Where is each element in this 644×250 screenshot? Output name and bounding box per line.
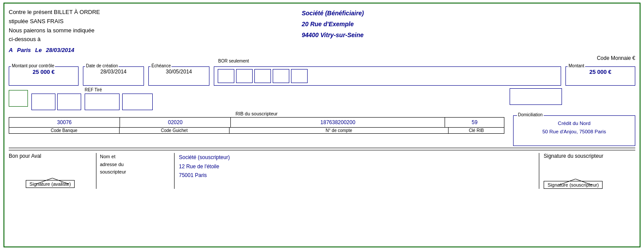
bor-mini-box-5 [291, 69, 308, 83]
ref-tire-label: REF Tiré [85, 87, 102, 92]
intro-line3: Nous paierons la somme indiquée [9, 26, 100, 35]
rib-guichet-cell: 02020 [120, 118, 231, 127]
bon-pour-aval-area: Bon pour Aval Signature (avaliste) [9, 153, 96, 189]
ref-tire-area: REF Tiré [85, 88, 506, 110]
date-value: 28/03/2014 [46, 47, 74, 53]
souscripteur-info-area: Société (souscripteur) 12 Rue de l'étoil… [175, 153, 539, 189]
intro-line4: ci-dessous à [9, 35, 100, 44]
top-section: Contre le présent BILLET À ORDRE stipulé… [9, 8, 635, 44]
bottom-section: Bon pour Aval Signature (avaliste) Nom e… [9, 150, 635, 189]
intro-text: Contre le présent BILLET À ORDRE stipulé… [9, 8, 100, 44]
signature-souscripteur-label: Signature du souscripteur [544, 153, 603, 159]
intro-line2: stipulée SANS FRAIS [9, 17, 100, 26]
souscripteur-sig-area: Signature du souscripteur Signature (sou… [539, 153, 635, 189]
billet-ordre-document: Contre le présent BILLET À ORDRE stipulé… [3, 3, 641, 247]
echeance-value: 30/05/2014 [149, 67, 209, 76]
date-creation-value: 28/03/2014 [83, 67, 144, 76]
code-monnaie-row: Code Monnaie € [9, 55, 635, 61]
domiciliation-box: Domiciliation Crédit du Nord 50 Rue d'An… [513, 115, 635, 146]
beneficiary-address1: 20 Rue d'Exemple [301, 19, 363, 30]
rib-banque-cell: 30076 [9, 118, 120, 127]
rib-banque-label: Code Banque [9, 128, 120, 133]
montant-value: 25 000 € [566, 67, 635, 77]
rib-guichet-value: 02020 [123, 119, 227, 125]
signature-souscripteur-box: Signature (souscripteur) [544, 181, 603, 189]
ref-tire-boxes [85, 94, 506, 110]
montant-placeholder [565, 88, 635, 105]
bon-pour-aval-label: Bon pour Aval [9, 153, 92, 159]
domiciliation-content: Crédit du Nord 50 Rue d'Anjou, 75008 Par… [514, 116, 635, 137]
bor-section: BOR seulement [214, 62, 561, 86]
montant-controle-label: Montant pour contrôle [11, 63, 55, 68]
second-row: REF Tiré [9, 88, 635, 110]
date-creation-box: Date de création 28/03/2014 [83, 66, 144, 86]
bor-right-box [510, 88, 562, 105]
souscripteur-address1: 12 Rue de l'étoile [179, 162, 534, 171]
rib-compte-value: 187638200200 [234, 119, 441, 125]
souscripteur-sig-inner: Signature (souscripteur) [544, 169, 603, 189]
ref-tire-box-b [122, 94, 153, 110]
bottom-divider [9, 148, 635, 148]
echeance-box: Échéance 30/05/2014 [148, 66, 209, 86]
date-creation-label: Date de création [85, 63, 119, 68]
echeance-label: Échéance [151, 63, 171, 68]
bor-content [214, 66, 561, 86]
domiciliation-label: Domiciliation [517, 112, 544, 117]
montant-box: Montant 25 000 € [565, 66, 635, 86]
bor-mini-box-1 [218, 69, 234, 83]
bor-mini-box-3 [254, 69, 271, 83]
avaliste-sig-area: Signature (avaliste) [9, 168, 92, 188]
domiciliation-address: 50 Rue d'Anjou, 75008 Paris [515, 128, 633, 135]
rib-label: RIB du souscripteur [9, 111, 504, 116]
date-prefix: A [9, 47, 13, 53]
rib-domiciliation-row: RIB du souscripteur 30076 02020 18763820… [9, 111, 635, 146]
echeance-sub-boxes [31, 88, 81, 110]
small-box-left [9, 90, 28, 107]
nom-adresse-area: Nom et adresse du souscripteur [96, 153, 175, 189]
rib-labels-row: Code Banque Code Guichet N° de compte Cl… [9, 128, 504, 134]
montant-controle-box: Montant pour contrôle 25 000 € [9, 66, 79, 86]
avaliste-chevron [35, 170, 70, 178]
bor-mini-box-2 [236, 69, 253, 83]
rib-compte-cell: 187638200200 [231, 118, 445, 127]
rib-banque-value: 30076 [13, 119, 116, 125]
bor-mini-box-4 [273, 69, 289, 83]
rib-values-row: 30076 02020 187638200200 59 [9, 117, 504, 128]
rib-guichet-label: Code Guichet [120, 128, 230, 133]
ref-tire-box-a [85, 94, 120, 110]
souscripteur-address2: 75001 Paris [179, 171, 534, 180]
rib-compte-label: N° de compte [230, 128, 449, 133]
beneficiary-name: Société (Bénéficiaire) [301, 8, 363, 19]
souscripteur-chevron [558, 170, 593, 179]
rib-cle-value: 59 [449, 119, 500, 125]
echeance-sub-box-2 [57, 94, 81, 110]
nom-adresse-label: Nom et adresse du souscripteur [100, 153, 170, 176]
main-fields-row: Montant pour contrôle 25 000 € Date de c… [9, 62, 635, 86]
domiciliation-bank: Crédit du Nord [515, 119, 633, 127]
beneficiary-address2: 94400 Vitry-sur-Seine [301, 30, 363, 41]
date-city: Paris [17, 47, 31, 53]
rib-area: RIB du souscripteur 30076 02020 18763820… [9, 111, 504, 146]
montant-controle-value: 25 000 € [9, 67, 78, 77]
intro-line1: Contre le présent BILLET À ORDRE [9, 8, 100, 17]
code-monnaie-label: Code Monnaie € [597, 55, 635, 61]
bor-label: BOR seulement [217, 59, 250, 63]
echeance-sub-box-1 [31, 94, 55, 110]
rib-cle-label: Clé RIB [449, 128, 504, 133]
date-le: Le [35, 47, 41, 53]
date-place-line: A Paris Le 28/03/2014 [9, 47, 635, 53]
souscripteur-name: Société (souscripteur) [179, 153, 534, 162]
souscripteur-info: Société (souscripteur) 12 Rue de l'étoil… [179, 153, 534, 180]
montant-label: Montant [568, 63, 585, 68]
beneficiary-info: Société (Bénéficiaire) 20 Rue d'Exemple … [284, 8, 363, 44]
rib-cle-cell: 59 [445, 118, 504, 127]
